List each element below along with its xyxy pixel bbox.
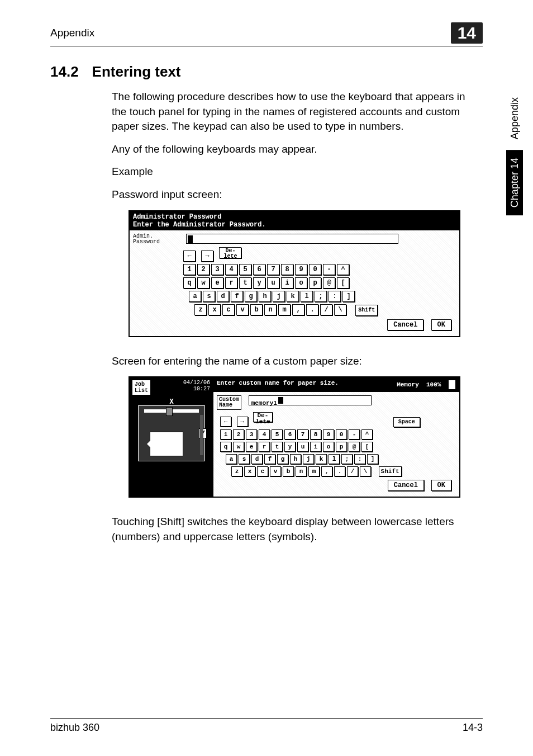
key-/[interactable]: /	[320, 304, 332, 315]
key-a[interactable]: a	[189, 291, 201, 302]
key-c[interactable]: c	[222, 304, 235, 315]
key-[[interactable]: [	[361, 442, 373, 452]
key-k[interactable]: k	[316, 454, 327, 464]
key-d[interactable]: d	[251, 454, 263, 464]
key-;[interactable]: ;	[341, 454, 353, 464]
key-;[interactable]: ;	[315, 291, 327, 302]
key-e[interactable]: e	[246, 442, 257, 452]
key-r[interactable]: r	[225, 277, 237, 289]
ok-button[interactable]: OK	[431, 480, 451, 491]
key-1[interactable]: 1	[183, 264, 196, 275]
key--[interactable]: -	[323, 264, 335, 275]
key-i[interactable]: i	[281, 277, 293, 289]
cancel-button[interactable]: Cancel	[387, 319, 423, 330]
key-0[interactable]: 0	[309, 264, 321, 275]
key-/[interactable]: /	[347, 466, 358, 476]
key-o[interactable]: o	[295, 277, 307, 289]
key-,[interactable]: ,	[292, 304, 304, 315]
key-d[interactable]: d	[217, 291, 229, 302]
key-@[interactable]: @	[323, 277, 335, 289]
key-f[interactable]: f	[264, 454, 275, 464]
key-5[interactable]: 5	[272, 429, 283, 440]
arrow-left-key[interactable]: ←	[183, 251, 196, 262]
shift-key[interactable]: Shift	[355, 305, 378, 316]
space-key[interactable]: Space	[393, 417, 420, 427]
key-i[interactable]: i	[310, 442, 321, 452]
key-1[interactable]: 1	[220, 429, 231, 440]
key-v[interactable]: v	[236, 304, 249, 315]
key-v[interactable]: v	[270, 466, 281, 476]
key-l[interactable]: l	[329, 454, 340, 464]
x-slider[interactable]	[144, 409, 199, 413]
key-][interactable]: ]	[342, 291, 355, 302]
key-y[interactable]: y	[253, 277, 265, 289]
key-8[interactable]: 8	[310, 429, 321, 440]
key-z[interactable]: z	[194, 304, 207, 315]
delete-key[interactable]: De- lete	[253, 412, 272, 422]
key-.[interactable]: .	[306, 304, 318, 315]
key-.[interactable]: .	[334, 466, 345, 476]
custom-name-input[interactable]: memory1	[249, 395, 372, 405]
key-t[interactable]: t	[272, 442, 283, 452]
key-l[interactable]: l	[301, 291, 313, 302]
key-u[interactable]: u	[297, 442, 308, 452]
key-a[interactable]: a	[226, 454, 237, 464]
key-f[interactable]: f	[231, 291, 243, 302]
key-^[interactable]: ^	[361, 429, 373, 440]
job-list-button[interactable]: Job List	[132, 380, 151, 395]
key-^[interactable]: ^	[337, 264, 349, 275]
key-5[interactable]: 5	[239, 264, 251, 275]
key-7[interactable]: 7	[267, 264, 279, 275]
ok-button[interactable]: OK	[431, 319, 451, 330]
key-s[interactable]: s	[239, 454, 250, 464]
key-r[interactable]: r	[259, 442, 270, 452]
arrow-right-key[interactable]: →	[201, 251, 213, 262]
key-h[interactable]: h	[290, 454, 301, 464]
key-h[interactable]: h	[259, 291, 271, 302]
arrow-left-key[interactable]: ←	[220, 417, 231, 427]
key-y[interactable]: y	[284, 442, 296, 452]
key-4[interactable]: 4	[225, 264, 237, 275]
key-\[interactable]: \	[360, 466, 371, 476]
key-o[interactable]: o	[323, 442, 334, 452]
key-0[interactable]: 0	[336, 429, 347, 440]
key-7[interactable]: 7	[297, 429, 308, 440]
key-b[interactable]: b	[283, 466, 294, 476]
cancel-button[interactable]: Cancel	[388, 480, 424, 491]
key-4[interactable]: 4	[259, 429, 270, 440]
delete-key[interactable]: De- lete	[219, 247, 241, 258]
arrow-right-key[interactable]: →	[237, 417, 248, 427]
key-][interactable]: ]	[367, 454, 378, 464]
key-g[interactable]: g	[245, 291, 257, 302]
key-j[interactable]: j	[303, 454, 314, 464]
key-z[interactable]: z	[231, 466, 242, 476]
key-e[interactable]: e	[211, 277, 223, 289]
key-9[interactable]: 9	[295, 264, 307, 275]
key-k[interactable]: k	[287, 291, 299, 302]
key-x[interactable]: x	[244, 466, 255, 476]
y-slider[interactable]	[200, 415, 203, 455]
key-u[interactable]: u	[267, 277, 279, 289]
key-c[interactable]: c	[257, 466, 268, 476]
key-w[interactable]: w	[233, 442, 244, 452]
key-p[interactable]: p	[336, 442, 347, 452]
key-t[interactable]: t	[239, 277, 251, 289]
key-j[interactable]: j	[273, 291, 285, 302]
key-m[interactable]: m	[278, 304, 291, 315]
key-2[interactable]: 2	[197, 264, 210, 275]
key--[interactable]: -	[349, 429, 360, 440]
key-3[interactable]: 3	[246, 429, 257, 440]
key-n[interactable]: n	[296, 466, 307, 476]
key-9[interactable]: 9	[323, 429, 334, 440]
key-6[interactable]: 6	[253, 264, 265, 275]
key-m[interactable]: m	[308, 466, 320, 476]
key-[[interactable]: [	[337, 277, 349, 289]
shift-key[interactable]: Shift	[379, 466, 402, 476]
key-:[interactable]: :	[354, 454, 365, 464]
key-\[interactable]: \	[334, 304, 346, 315]
key-w[interactable]: w	[197, 277, 210, 289]
key-q[interactable]: q	[220, 442, 231, 452]
key-b[interactable]: b	[250, 304, 263, 315]
key-:[interactable]: :	[329, 291, 341, 302]
key-p[interactable]: p	[309, 277, 321, 289]
